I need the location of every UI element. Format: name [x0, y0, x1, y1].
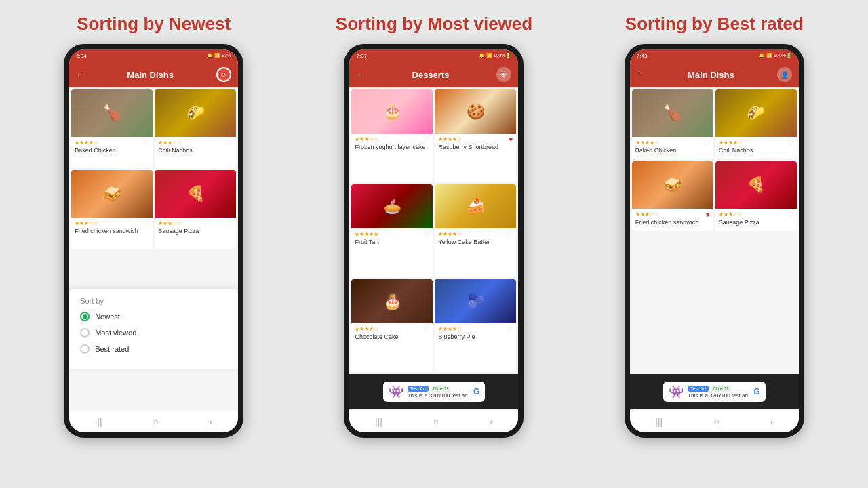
bottom-nav-br: ||| ○ ‹: [630, 409, 799, 432]
food-info-0: ★★★★☆ ♡ Baked Chicken: [71, 137, 153, 157]
bottom-nav-mv: ||| ○ ‹: [349, 409, 518, 432]
heart-br-1[interactable]: ♡: [787, 139, 793, 146]
ad-content-mv: 👾 Test Ad Nice ?! This is a 320x100 test…: [383, 382, 486, 402]
food-image-1: 🌮: [155, 89, 236, 137]
food-image-br-0: 🍗: [632, 89, 713, 137]
nav-home-icon-2[interactable]: ○: [433, 416, 439, 427]
nav-home-icon[interactable]: ○: [153, 416, 159, 427]
food-name-mv-1: Raspberry Shortbread: [438, 144, 513, 151]
food-stars-mv-3: ★★★★☆ ♡: [438, 230, 513, 238]
section-most-viewed: Sorting by Most viewed 7:37 🔔 📶 100%🔋 ← …: [307, 14, 560, 438]
ad-text-2: This is a 320x100 test ad.: [688, 392, 749, 399]
radio-best-rated[interactable]: [80, 344, 90, 354]
food-card-mv-4[interactable]: 🎂 ★★★★☆ ♡ Chocolate Cake: [351, 279, 433, 372]
nav-back-icon[interactable]: ‹: [210, 416, 213, 427]
back-icon[interactable]: ←: [76, 70, 84, 79]
food-card-1[interactable]: 🌮 ★★★☆☆ ♡ Chili Nachos: [155, 89, 236, 168]
heart-3[interactable]: ♡: [226, 220, 233, 227]
food-stars-0: ★★★★☆ ♡: [75, 139, 149, 146]
food-image-3: 🍕: [155, 170, 236, 218]
status-icons: 🔔 📶 93%: [207, 53, 231, 58]
ad-badge-2: Test Ad: [688, 386, 709, 392]
food-info-br-1: ★★★★☆ ♡ Chili Nachos: [715, 137, 797, 157]
status-bar-most-viewed: 7:37 🔔 📶 100%🔋: [349, 49, 518, 62]
ad-monster-icon: 👾: [389, 384, 403, 399]
nav-home-icon-3[interactable]: ○: [713, 416, 719, 427]
heart-0[interactable]: ♡: [143, 139, 149, 146]
food-stars-br-3: ★★★☆☆ ♡: [719, 211, 793, 218]
sort-most-viewed[interactable]: Most viewed: [80, 328, 227, 338]
food-name-mv-5: Blueberry Pie: [438, 333, 513, 341]
nav-menu-icon-2[interactable]: |||: [375, 416, 382, 427]
heart-mv-4[interactable]: ♡: [423, 325, 429, 333]
nav-menu-icon-3[interactable]: |||: [655, 416, 663, 427]
food-info-br-3: ★★★☆☆ ♡ Sausage Pizza: [715, 209, 797, 228]
nav-back-icon-2[interactable]: ‹: [490, 416, 493, 427]
food-stars-mv-4: ★★★★☆ ♡: [355, 325, 429, 333]
heart-mv-1[interactable]: ♥: [509, 136, 513, 143]
food-info-mv-1: ★★★★☆ ♥ Raspberry Shortbread: [435, 134, 516, 153]
food-name-mv-0: Frozen yoghurt layer cake: [355, 144, 429, 151]
phone-screen-best-rated: 7:43 🔔 📶 100%🔋 ← Main Dishs 👤 🍗 ★★★★☆ ♡: [630, 49, 799, 432]
food-info-br-2: ★★★☆☆ ♥ Fried chicken sandwich: [632, 209, 713, 228]
food-card-mv-5[interactable]: 🫐 ★★★★☆ ♡ Blueberry Pie: [435, 279, 516, 372]
stars-display-2: ★★★☆☆: [75, 220, 98, 226]
food-card-mv-2[interactable]: 🥧 ★★★★★ ♡ Fruit Tart: [351, 184, 433, 277]
food-name-br-3: Sausage Pizza: [719, 219, 793, 226]
nav-menu-icon[interactable]: |||: [95, 416, 102, 427]
food-card-3[interactable]: 🍕 ★★★☆☆ ♡ Sausage Pizza: [155, 170, 236, 249]
user-icon[interactable]: 👤: [777, 67, 792, 82]
sort-newest-label: Newest: [95, 312, 120, 321]
section-best-rated: Sorting by Best rated 7:43 🔔 📶 100%🔋 ← M…: [588, 14, 841, 438]
ad-banner-mv: 👾 Test Ad Nice ?! This is a 320x100 test…: [349, 374, 518, 409]
stars-display: ★★★★☆: [75, 140, 98, 146]
history-icon[interactable]: ⟳: [216, 67, 231, 82]
food-name-1: Chili Nachos: [158, 147, 233, 155]
heart-br-2[interactable]: ♥: [706, 211, 710, 218]
eye-icon[interactable]: 👁: [496, 67, 511, 82]
status-icons-3: 🔔 📶 100%🔋: [759, 53, 792, 58]
food-card-br-2[interactable]: 🥪 ★★★☆☆ ♥ Fried chicken sandwich: [632, 161, 713, 231]
heart-br-0[interactable]: ♡: [704, 139, 710, 146]
ad-nice-2: Nice ?!: [711, 386, 731, 392]
section-title-most-viewed: Sorting by Most viewed: [336, 14, 532, 35]
food-stars-br-0: ★★★★☆ ♡: [635, 139, 710, 146]
food-info-mv-5: ★★★★☆ ♡ Blueberry Pie: [435, 323, 516, 343]
food-card-2[interactable]: 🥪 ★★★☆☆ ♡ Fried chicken sandwich: [71, 170, 153, 249]
food-card-br-3[interactable]: 🍕 ★★★☆☆ ♡ Sausage Pizza: [715, 161, 797, 231]
sort-newest[interactable]: Newest: [80, 312, 227, 321]
sort-title: Sort by: [80, 297, 227, 305]
heart-mv-2[interactable]: ♡: [423, 230, 429, 238]
heart-mv-3[interactable]: ♡: [507, 230, 513, 238]
status-bar-newest: 6:04 🔔 📶 93%: [69, 49, 238, 62]
sort-best-rated[interactable]: Best rated: [80, 344, 227, 354]
back-icon-2[interactable]: ←: [356, 70, 364, 79]
heart-2[interactable]: ♡: [143, 220, 149, 227]
radio-most-viewed[interactable]: [80, 328, 90, 338]
nav-back-icon-3[interactable]: ‹: [770, 416, 774, 427]
food-card-mv-1[interactable]: 🍪 ★★★★☆ ♥ Raspberry Shortbread: [435, 89, 516, 182]
food-card-mv-0[interactable]: 🎂 ★★★☆☆ ♡ Frozen yoghurt layer cake: [351, 89, 433, 182]
radio-dot-newest: [83, 314, 87, 319]
food-card-br-0[interactable]: 🍗 ★★★★☆ ♡ Baked Chicken: [632, 89, 713, 159]
food-name-br-1: Chili Nachos: [719, 147, 793, 155]
food-info-2: ★★★☆☆ ♡ Fried chicken sandwich: [71, 218, 153, 237]
food-info-mv-2: ★★★★★ ♡ Fruit Tart: [351, 228, 433, 248]
food-card-br-1[interactable]: 🌮 ★★★★☆ ♡ Chili Nachos: [715, 89, 797, 159]
radio-newest[interactable]: [80, 312, 90, 321]
food-image-br-1: 🌮: [715, 89, 797, 137]
food-card-0[interactable]: 🍗 ★★★★☆ ♡ Baked Chicken: [71, 89, 153, 168]
sort-best-rated-label: Best rated: [95, 345, 129, 353]
status-time-3: 7:43: [637, 53, 648, 59]
phone-most-viewed: 7:37 🔔 📶 100%🔋 ← Desserts 👁 🎂 ★★★☆☆ ♡ F: [344, 44, 524, 438]
heart-1[interactable]: ♡: [226, 139, 233, 146]
ad-badge: Test Ad: [408, 386, 429, 392]
food-name-mv-2: Fruit Tart: [355, 239, 429, 246]
heart-mv-5[interactable]: ♡: [507, 325, 513, 333]
back-icon-3[interactable]: ←: [637, 70, 645, 79]
heart-br-3[interactable]: ♡: [787, 211, 793, 218]
heart-mv-0[interactable]: ♡: [423, 136, 429, 143]
food-card-mv-3[interactable]: 🍰 ★★★★☆ ♡ Yellow Cake Batter: [435, 184, 516, 277]
food-name-mv-3: Yellow Cake Batter: [438, 239, 513, 246]
google-icon: G: [473, 387, 479, 396]
